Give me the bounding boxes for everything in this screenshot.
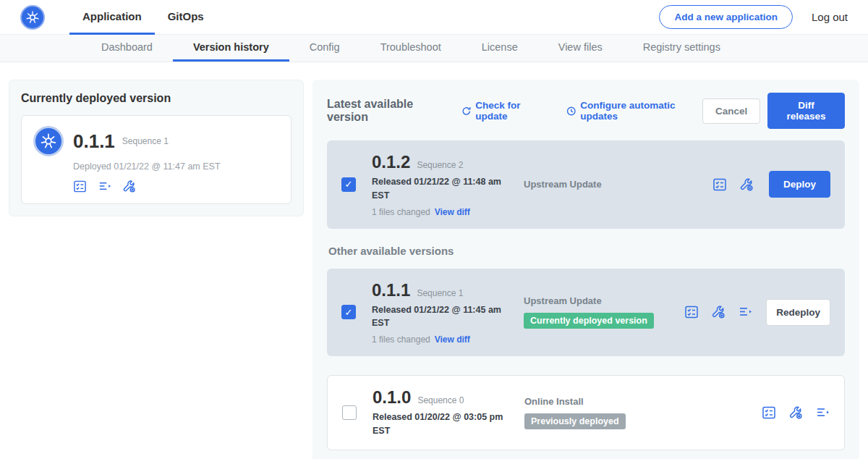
version-checkbox[interactable] [341, 177, 356, 192]
app-icon [33, 126, 64, 156]
version-number: 0.1.0 [373, 387, 411, 408]
subnav-license[interactable]: License [461, 35, 538, 62]
kubernetes-logo [20, 5, 45, 30]
redeploy-button[interactable]: Redeploy [766, 299, 830, 326]
release-notes-icon[interactable] [73, 180, 87, 193]
tab-gitops[interactable]: GitOps [155, 0, 217, 35]
main-content: Currently deployed version [0, 62, 868, 459]
release-notes-icon[interactable] [684, 305, 699, 319]
files-changed-label: 1 files changed [372, 207, 430, 217]
app-nav-tabs: Application GitOps [69, 0, 217, 35]
release-notes-icon[interactable] [762, 405, 776, 420]
clock-icon [566, 106, 576, 117]
version-row: 0.1.0 Sequence 0 Released 01/20/22 @ 03:… [327, 375, 845, 450]
release-notes-icon[interactable] [712, 177, 727, 192]
refresh-icon [461, 106, 472, 117]
version-row: 0.1.2 Sequence 2 Released 01/21/22 @ 11:… [327, 140, 845, 229]
config-icon[interactable] [711, 305, 726, 319]
version-row: 0.1.1 Sequence 1 Released 01/21/22 @ 11:… [327, 269, 845, 357]
tab-application[interactable]: Application [69, 0, 155, 35]
available-header: Latest available version Check for updat… [327, 93, 845, 129]
subnav-version-history[interactable]: Version history [173, 35, 289, 62]
topnav-right: Add a new application Log out [659, 5, 848, 29]
latest-available-title: Latest available version [327, 98, 446, 124]
subnav-view-files[interactable]: View files [538, 35, 623, 62]
logout-link[interactable]: Log out [812, 11, 848, 23]
app-subnav: Dashboard Version history Config Trouble… [0, 35, 868, 62]
deploy-button[interactable]: Deploy [769, 171, 830, 198]
sequence-label: Sequence 0 [417, 395, 464, 405]
deploy-logs-icon[interactable] [738, 305, 752, 319]
check-for-update-link[interactable]: Check for update [461, 100, 548, 122]
version-number: 0.1.1 [372, 280, 410, 300]
deployed-sequence-label: Sequence 1 [122, 136, 169, 146]
version-info: 0.1.1 Sequence 1 Released 01/21/22 @ 11:… [372, 280, 514, 345]
currently-deployed-card: Currently deployed version [9, 80, 304, 216]
released-timestamp: Released 01/21/22 @ 11:45 am EST [372, 303, 503, 331]
version-info: 0.1.2 Sequence 2 Released 01/21/22 @ 11:… [372, 152, 514, 217]
sequence-label: Sequence 2 [417, 160, 463, 170]
previously-deployed-badge: Previously deployed [524, 413, 626, 429]
deployed-timestamp: Deployed 01/21/22 @ 11:47 am EST [73, 161, 279, 172]
subnav-dashboard[interactable]: Dashboard [81, 35, 173, 62]
helm-wheel-icon [25, 10, 40, 25]
files-changed-label: 1 files changed [372, 334, 430, 345]
view-diff-link[interactable]: View diff [435, 207, 470, 217]
version-info: 0.1.0 Sequence 0 Released 01/20/22 @ 03:… [373, 387, 514, 438]
version-source: Online Install Previously deployed [514, 396, 754, 429]
source-label: Online Install [524, 396, 754, 407]
currently-deployed-badge: Currently deployed version [524, 313, 654, 329]
subnav-troubleshoot[interactable]: Troubleshoot [360, 35, 461, 62]
configure-automatic-updates-label: Configure automatic updates [580, 100, 702, 122]
version-number: 0.1.2 [372, 152, 410, 172]
config-icon[interactable] [122, 180, 136, 193]
other-versions-title: Other available versions [328, 245, 845, 257]
config-icon[interactable] [788, 405, 803, 420]
released-timestamp: Released 01/21/22 @ 11:48 am EST [372, 175, 503, 203]
version-checkbox[interactable] [342, 405, 357, 420]
configure-automatic-updates-link[interactable]: Configure automatic updates [566, 100, 702, 122]
diff-releases-button[interactable]: Diff releases [767, 93, 845, 129]
released-timestamp: Released 01/20/22 @ 03:05 pm EST [373, 410, 504, 438]
deploy-logs-icon[interactable] [98, 180, 111, 193]
version-checkbox[interactable] [341, 305, 356, 319]
sequence-label: Sequence 1 [417, 288, 463, 298]
subnav-config[interactable]: Config [289, 35, 360, 62]
deploy-logs-icon[interactable] [815, 405, 830, 420]
cancel-button[interactable]: Cancel [702, 98, 760, 124]
available-versions-panel: Latest available version Check for updat… [312, 80, 859, 459]
source-label: Upstream Update [524, 295, 677, 306]
view-diff-link[interactable]: View diff [435, 334, 470, 345]
source-label: Upstream Update [524, 179, 705, 190]
version-source: Upstream Update [514, 179, 705, 190]
top-navbar: Application GitOps Add a new application… [0, 0, 868, 35]
version-source: Upstream Update Currently deployed versi… [514, 295, 677, 329]
add-application-button[interactable]: Add a new application [659, 5, 793, 29]
deployed-version-card: 0.1.1 Sequence 1 Deployed 01/21/22 @ 11:… [21, 115, 292, 204]
currently-deployed-title: Currently deployed version [21, 92, 292, 105]
deployed-version-number: 0.1.1 [73, 130, 115, 153]
helm-wheel-icon [40, 132, 57, 150]
config-icon[interactable] [739, 177, 754, 192]
subnav-registry-settings[interactable]: Registry settings [623, 35, 741, 62]
check-for-update-label: Check for update [475, 100, 547, 122]
